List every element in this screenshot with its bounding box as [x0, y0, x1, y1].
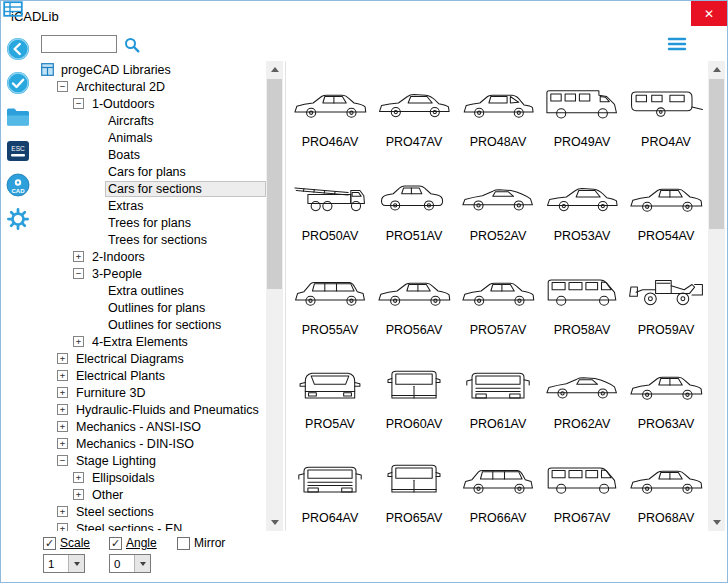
- block-item-pro68av[interactable]: PRO68AV: [624, 437, 708, 531]
- block-item-pro47av[interactable]: PRO47AV: [372, 61, 456, 155]
- tree-item-4-extra-elements[interactable]: +4-Extra Elements: [37, 333, 266, 350]
- tree-item-hydraulic-fluids-and-pneumatics[interactable]: +Hydraulic-Fluids and Pneumatics: [37, 401, 266, 418]
- scroll-up-icon[interactable]: [708, 61, 725, 78]
- tree-item-ellipsoidals[interactable]: +Ellipsoidals: [37, 469, 266, 486]
- tree-item-architectural-2d[interactable]: −Architectural 2D: [37, 78, 266, 95]
- tree-scrollbar[interactable]: [266, 61, 283, 531]
- block-item-pro46av[interactable]: PRO46AV: [288, 61, 372, 155]
- block-item-pro66av[interactable]: PRO66AV: [456, 437, 540, 531]
- tree-item-extras[interactable]: Extras: [37, 197, 266, 214]
- grid-scrollbar-thumb[interactable]: [709, 79, 724, 229]
- van-side-icon: [543, 455, 621, 507]
- scale-value: 1: [44, 558, 68, 570]
- tree-scrollbar-thumb[interactable]: [267, 79, 282, 289]
- mirror-checkbox[interactable]: [177, 537, 190, 550]
- tree-item-stage-lighting[interactable]: −Stage Lighting: [37, 452, 266, 469]
- scale-select[interactable]: 1: [43, 554, 85, 573]
- tree-item-outlines-for-sections[interactable]: Outlines for sections: [37, 316, 266, 333]
- block-item-pro53av[interactable]: PRO53AV: [540, 155, 624, 249]
- libraries-icon: [41, 63, 54, 76]
- tree-item-electrical-plants[interactable]: +Electrical Plants: [37, 367, 266, 384]
- expand-icon[interactable]: +: [57, 387, 68, 398]
- block-item-pro56av[interactable]: PRO56AV: [372, 249, 456, 343]
- tree-item-label: Animals: [105, 130, 155, 146]
- angle-select[interactable]: 0: [109, 554, 151, 573]
- tree-item-boats[interactable]: Boats: [37, 146, 266, 163]
- tree-item-2-indoors[interactable]: +2-Indoors: [37, 248, 266, 265]
- tree-item-progecad-libraries[interactable]: progeCAD Libraries: [37, 61, 266, 78]
- collapse-icon[interactable]: −: [73, 98, 84, 109]
- block-label: PRO56AV: [386, 323, 443, 337]
- dropdown-arrow-icon[interactable]: [134, 555, 150, 572]
- block-item-pro50av[interactable]: PRO50AV: [288, 155, 372, 249]
- tree-item-label: Electrical Plants: [73, 368, 168, 384]
- expand-icon[interactable]: +: [57, 523, 68, 531]
- scroll-up-icon[interactable]: [266, 61, 283, 78]
- tree-item-label: Cars for sections: [105, 181, 266, 197]
- expand-icon[interactable]: +: [73, 251, 84, 262]
- tree-item-extra-outlines[interactable]: Extra outlines: [37, 282, 266, 299]
- tree-item-aircrafts[interactable]: Aircrafts: [37, 112, 266, 129]
- tree-item-steel-sections-en[interactable]: +Steel sections - EN: [37, 520, 266, 531]
- block-item-pro49av[interactable]: PRO49AV: [540, 61, 624, 155]
- block-item-pro65av[interactable]: PRO65AV: [372, 437, 456, 531]
- block-item-pro67av[interactable]: PRO67AV: [540, 437, 624, 531]
- tree-item-3-people[interactable]: −3-People: [37, 265, 266, 282]
- expand-icon[interactable]: +: [57, 506, 68, 517]
- collapse-icon[interactable]: −: [73, 268, 84, 279]
- tree-item-mechanics-din-iso[interactable]: +Mechanics - DIN-ISO: [37, 435, 266, 452]
- collapse-icon[interactable]: −: [57, 81, 68, 92]
- angle-checkbox[interactable]: [109, 537, 122, 550]
- block-label: PRO46AV: [302, 135, 359, 149]
- scale-checkbox[interactable]: [43, 537, 56, 550]
- block-item-pro57av[interactable]: PRO57AV: [456, 249, 540, 343]
- expand-icon[interactable]: +: [57, 370, 68, 381]
- collapse-icon[interactable]: −: [57, 455, 68, 466]
- grid-scrollbar[interactable]: [708, 61, 725, 531]
- tree-item-furniture-3d[interactable]: +Furniture 3D: [37, 384, 266, 401]
- block-item-pro62av[interactable]: PRO62AV: [540, 343, 624, 437]
- block-item-pro5av[interactable]: PRO5AV: [288, 343, 372, 437]
- expand-icon[interactable]: +: [57, 438, 68, 449]
- tree-item-cars-for-plans[interactable]: Cars for plans: [37, 163, 266, 180]
- tree-item-1-outdoors[interactable]: −1-Outdoors: [37, 95, 266, 112]
- block-item-pro58av[interactable]: PRO58AV: [540, 249, 624, 343]
- tree-item-other[interactable]: +Other: [37, 486, 266, 503]
- block-item-pro48av[interactable]: PRO48AV: [456, 61, 540, 155]
- block-grid: PRO46AVPRO47AVPRO48AVPRO49AVPRO4AVPRO50A…: [288, 61, 708, 531]
- block-item-pro4av[interactable]: PRO4AV: [624, 61, 708, 155]
- block-item-pro52av[interactable]: PRO52AV: [456, 155, 540, 249]
- tree-item-steel-sections[interactable]: +Steel sections: [37, 503, 266, 520]
- expand-icon[interactable]: +: [73, 472, 84, 483]
- block-label: PRO4AV: [641, 135, 691, 149]
- tree-item-trees-for-plans[interactable]: Trees for plans: [37, 214, 266, 231]
- expand-icon[interactable]: +: [57, 353, 68, 364]
- tree-item-electrical-diagrams[interactable]: +Electrical Diagrams: [37, 350, 266, 367]
- tree-item-label: Steel sections: [73, 504, 157, 520]
- block-item-pro63av[interactable]: PRO63AV: [624, 343, 708, 437]
- block-item-pro51av[interactable]: PRO51AV: [372, 155, 456, 249]
- expand-icon[interactable]: +: [73, 336, 84, 347]
- block-item-pro54av[interactable]: PRO54AV: [624, 155, 708, 249]
- expand-icon[interactable]: +: [57, 404, 68, 415]
- expand-icon[interactable]: +: [57, 421, 68, 432]
- dropdown-arrow-icon[interactable]: [68, 555, 84, 572]
- block-item-pro60av[interactable]: PRO60AV: [372, 343, 456, 437]
- tree-item-outlines-for-plans[interactable]: Outlines for plans: [37, 299, 266, 316]
- expand-icon[interactable]: +: [73, 489, 84, 500]
- sports-side-icon: [459, 173, 537, 225]
- block-item-pro59av[interactable]: PRO59AV: [624, 249, 708, 343]
- truck-front-icon: [459, 361, 537, 413]
- scroll-down-icon[interactable]: [266, 514, 283, 531]
- block-item-pro64av[interactable]: PRO64AV: [288, 437, 372, 531]
- tree-item-animals[interactable]: Animals: [37, 129, 266, 146]
- tree-item-cars-for-sections[interactable]: Cars for sections: [37, 180, 266, 197]
- angle-value: 0: [110, 558, 134, 570]
- block-item-pro61av[interactable]: PRO61AV: [456, 343, 540, 437]
- tree-item-label: Trees for sections: [105, 232, 210, 248]
- tree-item-mechanics-ansi-iso[interactable]: +Mechanics - ANSI-ISO: [37, 418, 266, 435]
- block-item-pro55av[interactable]: PRO55AV: [288, 249, 372, 343]
- mirror-option: Mirror: [177, 535, 225, 551]
- scroll-down-icon[interactable]: [708, 514, 725, 531]
- tree-item-trees-for-sections[interactable]: Trees for sections: [37, 231, 266, 248]
